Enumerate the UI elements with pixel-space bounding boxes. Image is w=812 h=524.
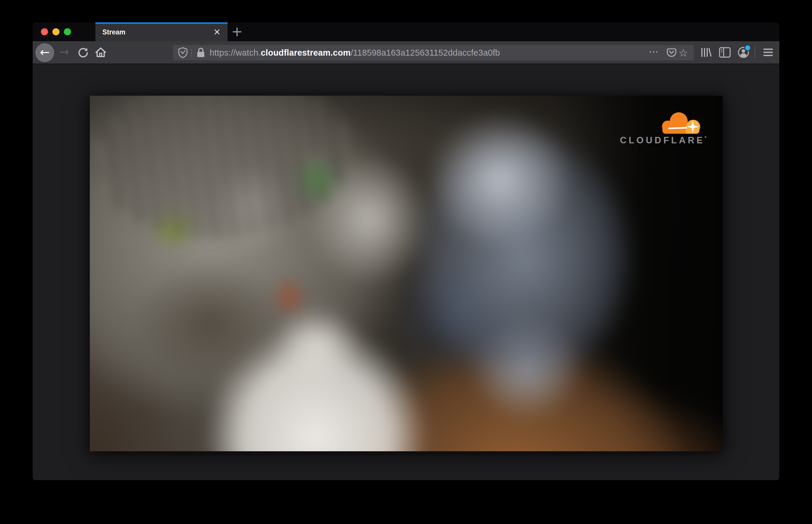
trademark-mark [705,136,706,138]
toolbar-divider [754,47,755,59]
cat-cheek-shadow [128,259,292,388]
url-text[interactable]: https://watch.cloudflarestream.com/11859… [210,48,500,58]
page-content: CLOUDFLARE [33,64,779,480]
tab-close-icon[interactable]: × [211,25,224,38]
library-icon [700,47,712,58]
traffic-lights [41,28,71,35]
browser-window: Stream × + ← → [33,22,779,480]
forward-icon: → [59,45,69,59]
cloudflare-cloud-icon [658,110,706,134]
account-notification-dot [744,45,751,51]
zoom-window-button[interactable] [64,28,71,35]
menu-button[interactable] [760,43,776,62]
library-button[interactable] [698,43,714,62]
reload-button[interactable] [75,43,92,62]
hamburger-menu-icon [762,47,774,58]
navigation-toolbar: ← → [33,41,779,64]
tab-stream[interactable]: Stream × [95,22,228,41]
url-path: /118598a163a125631152ddaccfe3a0fb [351,48,500,58]
url-actions: ⋯ ☆ [649,47,694,59]
url-scheme: https://watch. [210,48,261,58]
new-tab-button[interactable]: + [228,22,246,41]
back-icon: ← [40,45,50,59]
sidebar-button[interactable] [717,43,733,62]
account-button[interactable] [735,43,752,62]
reload-icon [78,47,89,58]
page-actions-icon[interactable]: ⋯ [649,46,659,58]
back-button[interactable]: ← [35,43,54,62]
minimize-window-button[interactable] [52,28,60,35]
home-icon [95,46,107,59]
tracking-shield-icon[interactable] [178,47,188,58]
tab-bar: Stream × + [33,22,779,41]
pocket-icon[interactable] [666,47,677,58]
url-domain: cloudflarestream.com [261,48,351,58]
close-window-button[interactable] [41,28,48,35]
cloudflare-logo-text: CLOUDFLARE [620,135,705,146]
bookmark-star-icon[interactable]: ☆ [679,47,688,59]
urlbar-divider [191,48,192,57]
tab-title: Stream [102,22,126,42]
cloudflare-logo: CLOUDFLARE [620,110,706,146]
home-button[interactable] [93,43,109,62]
video-player[interactable]: CLOUDFLARE [90,96,723,451]
forward-button[interactable]: → [56,43,72,62]
url-bar[interactable]: https://watch.cloudflarestream.com/11859… [173,45,694,60]
sidebar-icon [719,47,731,58]
lock-icon[interactable] [196,47,206,58]
